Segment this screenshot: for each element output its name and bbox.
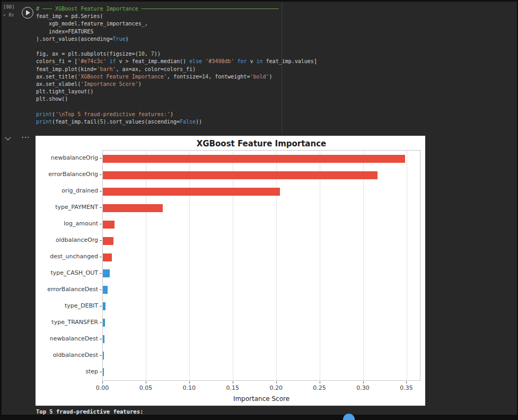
code-line: # ─── XGBoost Feature Importance ───────… — [36, 5, 317, 13]
x-tick-label: 0.15 — [220, 384, 246, 391]
output-menu-button[interactable]: ⋯ — [21, 132, 30, 142]
gridline — [407, 151, 407, 380]
bar-errorBalanceDest — [103, 286, 108, 294]
bar-newbalanceDest — [103, 335, 104, 343]
x-tick-label: 0.30 — [350, 384, 376, 391]
x-axis-label: Importance Score — [102, 395, 420, 402]
y-tick-mark — [100, 322, 102, 323]
x-tick-mark — [320, 381, 320, 383]
bar-type_PAYMENT — [103, 204, 163, 212]
y-tick-mark — [100, 273, 102, 274]
bar-type_CASH_OUT — [103, 269, 110, 277]
y-tick-mark — [100, 158, 102, 159]
code-line: ax.set_xlabel('Importance Score') — [36, 81, 317, 88]
gridline — [363, 151, 364, 380]
x-tick-mark — [406, 381, 407, 383]
y-tick-mark — [100, 257, 102, 257]
code-line: plt.tight_layout() — [36, 88, 317, 95]
bar-step — [103, 368, 104, 376]
y-tick-label: errorBalanceOrig — [48, 171, 98, 178]
notebook-page: { "cell": { "execution_count": "[80]", "… — [0, 0, 518, 420]
bar-orig_drained — [103, 188, 280, 196]
y-tick-mark — [100, 224, 102, 224]
code-line: index=FEATURES — [36, 28, 317, 36]
x-tick-label: 0.25 — [306, 384, 333, 391]
bar-dest_unchanged — [103, 253, 112, 261]
y-tick-label: type_PAYMENT — [55, 204, 98, 211]
bar-oldbalanceOrg — [103, 237, 113, 245]
bar-log_amount — [103, 221, 115, 229]
gridline — [276, 151, 277, 380]
run-cell-button[interactable] — [22, 7, 33, 19]
chart-title: XGBoost Feature Importance — [102, 139, 420, 148]
y-tick-label: orig_drained — [62, 187, 98, 194]
y-tick-label: type_TRANSFER — [51, 319, 98, 326]
y-tick-label: type_DEBIT — [65, 302, 98, 309]
gridline — [233, 151, 233, 380]
code-line: ax.set_title('XGBoost Feature Importance… — [36, 73, 317, 81]
code-line: feat_imp.plot(kind='barh', ax=ax, color=… — [36, 66, 317, 73]
gridline — [320, 151, 320, 380]
execution-status: ✓ 0s — [3, 12, 14, 18]
window-bottom-edge — [0, 415, 518, 420]
play-icon — [26, 10, 30, 15]
code-line: colors_fi = ['#e74c3c' if v > feat_imp.m… — [36, 58, 317, 65]
code-editor[interactable]: # ─── XGBoost Feature Importance ───────… — [36, 5, 317, 126]
bar-oldbalanceDest — [103, 352, 104, 360]
x-tick-label: 0.10 — [176, 384, 203, 391]
y-tick-label: errorBalanceDest — [47, 286, 98, 293]
bar-type_TRANSFER — [103, 319, 105, 327]
plot-area — [102, 150, 420, 381]
y-tick-mark — [100, 207, 102, 208]
code-line: print('\nTop 5 fraud-predictive features… — [36, 111, 317, 118]
y-tick-label: step — [85, 368, 98, 375]
collapse-output-chevron-icon[interactable] — [6, 136, 11, 142]
window-frame-top — [0, 0, 518, 2]
x-tick-mark — [189, 381, 190, 383]
y-tick-mark — [100, 372, 102, 372]
x-tick-mark — [233, 381, 233, 383]
y-tick-mark — [100, 290, 102, 290]
code-line: xgb_model.feature_importances_, — [36, 20, 317, 28]
bar-newbalanceOrig — [103, 155, 405, 163]
code-line: feat_imp = pd.Series( — [36, 13, 317, 20]
y-tick-label: newbalanceDest — [50, 335, 98, 342]
y-tick-mark — [100, 355, 102, 356]
x-tick-label: 0.35 — [393, 384, 419, 391]
gridline — [189, 151, 190, 380]
execution-time: 0s — [8, 12, 14, 18]
y-tick-mark — [100, 240, 102, 241]
x-tick-label: 0.20 — [263, 384, 289, 391]
code-line: ).sort_values(ascending=True) — [36, 36, 317, 43]
y-tick-label: oldbalanceOrg — [56, 237, 98, 243]
window-frame-left — [0, 0, 2, 420]
x-tick-label: 0.05 — [133, 384, 159, 391]
figure-output: XGBoost Feature Importance Importance Sc… — [36, 136, 425, 406]
bar-errorBalanceOrig — [103, 171, 377, 179]
y-tick-label: newbalanceOrig — [51, 154, 98, 161]
y-tick-mark — [100, 339, 102, 339]
code-line — [36, 103, 317, 110]
y-tick-mark — [100, 191, 102, 191]
bar-type_DEBIT — [103, 302, 106, 310]
code-line: print(feat_imp.tail(5).sort_values(ascen… — [36, 118, 317, 126]
x-tick-mark — [276, 381, 277, 383]
code-line — [36, 43, 317, 50]
stdout-text: Top 5 fraud-predictive features: — [36, 408, 143, 415]
x-tick-mark — [363, 381, 364, 383]
x-tick-label: 0.00 — [89, 384, 116, 391]
y-tick-mark — [100, 174, 102, 175]
y-tick-label: log_amount — [64, 220, 98, 227]
x-tick-mark — [146, 381, 146, 383]
code-line: fig, ax = plt.subplots(figsize=(10, 7)) — [36, 50, 317, 58]
y-tick-label: type_CASH_OUT — [51, 269, 98, 276]
gridline — [146, 151, 146, 380]
y-tick-label: dest_unchanged — [50, 253, 98, 260]
check-icon: ✓ — [3, 12, 6, 18]
execution-count: [80] — [3, 4, 15, 10]
y-tick-label: oldbalanceDest — [53, 352, 98, 358]
code-line: plt.show() — [36, 95, 317, 103]
y-tick-mark — [100, 306, 102, 307]
x-tick-mark — [102, 381, 103, 383]
